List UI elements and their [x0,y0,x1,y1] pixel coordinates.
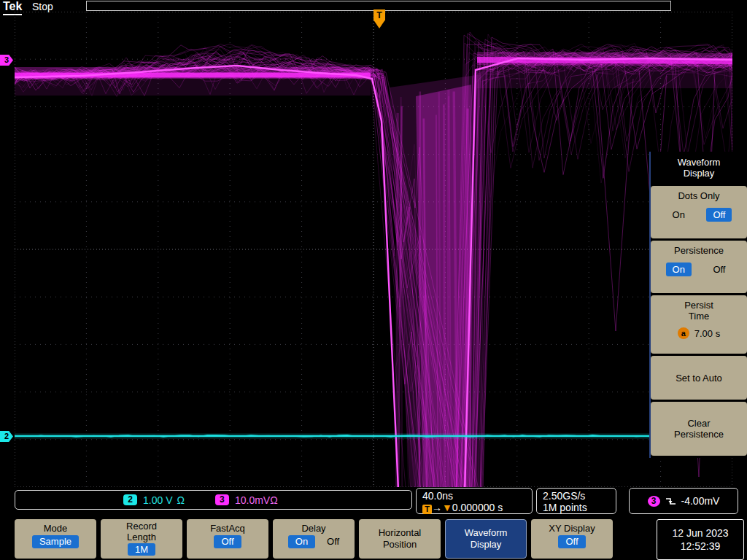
waveform-canvas [15,12,732,487]
record-length-value: 1M [128,543,155,556]
horizontal-position: 0.000000 s [452,502,503,513]
delay-label: Delay [273,523,355,534]
falling-edge-icon [665,497,676,506]
waveform-display-menu: Waveform Display Dots Only On Off Persis… [649,152,747,458]
dots-only-on-option[interactable]: On [666,208,692,222]
acquisition-readout: 2.50GS/s 1M points [536,488,616,514]
persist-time-label: Persist Time [651,295,747,322]
channel3-position-marker[interactable]: 3 [0,55,13,66]
date-display: 12 Jun 2023 [672,526,728,540]
persistence-button[interactable]: Persistence On Off [651,241,747,293]
trigger-t-icon: T [422,505,432,514]
acquisition-status: Stop [32,1,53,12]
channel2-badge[interactable]: 2 [123,494,137,505]
mode-button[interactable]: Mode Sample [15,519,96,559]
clear-persistence-button[interactable]: Clear Persistence [651,402,747,456]
record-length-label: Record Length [101,521,182,542]
waveform-display-button[interactable]: Waveform Display [445,519,527,559]
trigger-source-badge: 3 [648,496,660,507]
dots-only-button[interactable]: Dots Only On Off [651,186,747,238]
channel3-badge[interactable]: 3 [215,494,229,505]
channel2-scale: 1.00 V [143,494,172,506]
trigger-readout: 3 -4.00mV [629,488,738,514]
fastacq-label: FastAcq [187,523,268,534]
acquisition-preview-bar [86,1,671,11]
time-display: 12:52:39 [681,540,721,553]
record-length-button[interactable]: Record Length 1M [101,519,182,559]
datetime-box: 12 Jun 2023 12:52:39 [657,519,744,560]
fastacq-value: Off [214,535,241,548]
channel2-coupling: Ω [177,494,184,506]
persist-time-button[interactable]: Persist Time a 7.00 s [651,295,747,354]
menu-title: Waveform Display [651,152,747,184]
persist-time-value: 7.00 s [694,328,720,339]
persistence-off-option[interactable]: Off [706,262,732,276]
delay-button[interactable]: Delay On Off [273,519,355,559]
dots-only-off-option[interactable]: Off [706,208,732,222]
channel3-coupling: Ω [270,494,277,506]
oscilloscope-screen: Tek Stop T 3 2 Waveform Display Dots Onl… [0,0,747,560]
xy-display-button[interactable]: XY Display Off [531,519,613,559]
horizontal-arrow: → [432,502,442,513]
fastacq-button[interactable]: FastAcq Off [187,519,268,559]
channel3-scale: 10.0mV [235,494,270,506]
horizontal-scale: 40.0ns [422,490,526,502]
graticule [15,12,732,487]
xy-display-value: Off [558,535,585,548]
persistence-label: Persistence [651,241,747,256]
multipurpose-a-knob-icon: a [678,327,689,339]
delay-off-option[interactable]: Off [327,536,339,548]
dots-only-label: Dots Only [651,186,747,201]
horizontal-readout: 40.0ns T→▼0.000000 s [416,488,533,514]
persistence-on-option[interactable]: On [666,262,692,276]
trigger-level: -4.00mV [681,495,720,507]
sample-rate: 2.50GS/s [543,490,610,502]
delay-on-option[interactable]: On [288,535,315,548]
horizontal-marker-icon: ▼ [442,502,452,513]
channel2-position-marker[interactable]: 2 [0,431,13,442]
set-to-auto-button[interactable]: Set to Auto [651,356,747,400]
mode-value: Sample [32,535,79,548]
channel-readouts: 2 1.00 V Ω 3 10.0mV Ω [15,490,412,510]
xy-display-label: XY Display [531,523,613,534]
record-points: 1M points [543,502,610,513]
horizontal-position-button[interactable]: Horizontal Position [359,519,441,559]
mode-label: Mode [15,523,96,534]
